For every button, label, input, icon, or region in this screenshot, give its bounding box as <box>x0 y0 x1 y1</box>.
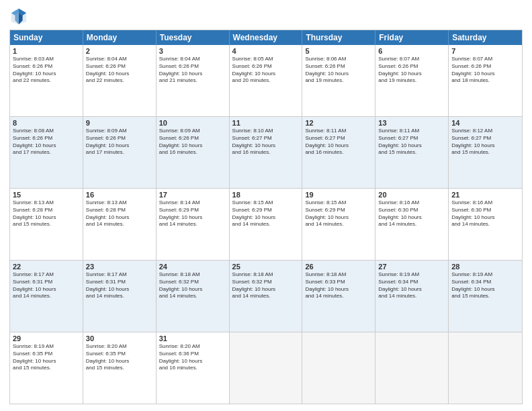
day-number: 6 <box>378 47 445 55</box>
calendar-cell-25: 25Sunrise: 8:18 AM Sunset: 6:32 PM Dayli… <box>230 261 303 332</box>
calendar-cell-5: 5Sunrise: 8:06 AM Sunset: 6:26 PM Daylig… <box>302 45 375 116</box>
day-number: 17 <box>159 191 226 199</box>
day-info: Sunrise: 8:09 AM Sunset: 6:26 PM Dayligh… <box>159 128 226 156</box>
calendar-cell-empty <box>302 332 375 404</box>
day-number: 8 <box>13 119 80 127</box>
calendar-cell-11: 11Sunrise: 8:10 AM Sunset: 6:27 PM Dayli… <box>230 117 303 188</box>
calendar-week-1: 1Sunrise: 8:03 AM Sunset: 6:26 PM Daylig… <box>10 45 522 116</box>
calendar-week-5: 29Sunrise: 8:19 AM Sunset: 6:35 PM Dayli… <box>10 332 522 404</box>
calendar-cell-4: 4Sunrise: 8:05 AM Sunset: 6:26 PM Daylig… <box>230 45 303 116</box>
day-info: Sunrise: 8:08 AM Sunset: 6:26 PM Dayligh… <box>13 128 80 156</box>
day-number: 5 <box>305 47 372 55</box>
day-number: 9 <box>86 119 153 127</box>
day-info: Sunrise: 8:11 AM Sunset: 6:27 PM Dayligh… <box>378 128 445 156</box>
day-info: Sunrise: 8:17 AM Sunset: 6:31 PM Dayligh… <box>86 271 153 300</box>
day-number: 26 <box>305 263 372 271</box>
calendar-cell-9: 9Sunrise: 8:09 AM Sunset: 6:26 PM Daylig… <box>83 117 157 188</box>
day-info: Sunrise: 8:17 AM Sunset: 6:31 PM Dayligh… <box>13 271 80 300</box>
day-number: 29 <box>13 334 80 342</box>
calendar-cell-6: 6Sunrise: 8:07 AM Sunset: 6:26 PM Daylig… <box>375 45 449 116</box>
day-info: Sunrise: 8:16 AM Sunset: 6:30 PM Dayligh… <box>378 199 445 228</box>
calendar-header: SundayMondayTuesdayWednesdayThursdayFrid… <box>10 30 522 45</box>
header-day-friday: Friday <box>375 30 449 45</box>
calendar-cell-13: 13Sunrise: 8:11 AM Sunset: 6:27 PM Dayli… <box>375 117 449 188</box>
day-info: Sunrise: 8:19 AM Sunset: 6:34 PM Dayligh… <box>451 271 519 300</box>
calendar-cell-empty <box>449 332 522 404</box>
calendar-cell-10: 10Sunrise: 8:09 AM Sunset: 6:26 PM Dayli… <box>157 117 230 188</box>
calendar-cell-31: 31Sunrise: 8:20 AM Sunset: 6:36 PM Dayli… <box>157 332 230 404</box>
calendar: SundayMondayTuesdayWednesdayThursdayFrid… <box>9 30 523 404</box>
day-info: Sunrise: 8:04 AM Sunset: 6:26 PM Dayligh… <box>86 56 153 85</box>
calendar-cell-26: 26Sunrise: 8:18 AM Sunset: 6:33 PM Dayli… <box>302 261 375 332</box>
day-info: Sunrise: 8:03 AM Sunset: 6:26 PM Dayligh… <box>13 56 80 85</box>
day-number: 12 <box>305 119 372 127</box>
day-info: Sunrise: 8:20 AM Sunset: 6:35 PM Dayligh… <box>86 343 153 372</box>
day-info: Sunrise: 8:11 AM Sunset: 6:27 PM Dayligh… <box>305 128 372 156</box>
day-info: Sunrise: 8:18 AM Sunset: 6:33 PM Dayligh… <box>305 271 372 300</box>
calendar-cell-14: 14Sunrise: 8:12 AM Sunset: 6:27 PM Dayli… <box>449 117 522 188</box>
day-info: Sunrise: 8:09 AM Sunset: 6:26 PM Dayligh… <box>86 128 153 156</box>
day-number: 20 <box>378 191 445 199</box>
calendar-cell-28: 28Sunrise: 8:19 AM Sunset: 6:34 PM Dayli… <box>449 261 522 332</box>
calendar-cell-empty <box>230 332 303 404</box>
day-info: Sunrise: 8:05 AM Sunset: 6:26 PM Dayligh… <box>232 56 300 85</box>
day-info: Sunrise: 8:04 AM Sunset: 6:26 PM Dayligh… <box>159 56 226 85</box>
header-day-thursday: Thursday <box>302 30 375 45</box>
day-info: Sunrise: 8:18 AM Sunset: 6:32 PM Dayligh… <box>159 271 226 300</box>
day-info: Sunrise: 8:13 AM Sunset: 6:28 PM Dayligh… <box>13 199 80 228</box>
day-info: Sunrise: 8:13 AM Sunset: 6:28 PM Dayligh… <box>86 199 153 228</box>
day-info: Sunrise: 8:06 AM Sunset: 6:26 PM Dayligh… <box>305 56 372 85</box>
calendar-cell-30: 30Sunrise: 8:20 AM Sunset: 6:35 PM Dayli… <box>83 332 157 404</box>
day-info: Sunrise: 8:15 AM Sunset: 6:29 PM Dayligh… <box>305 199 372 228</box>
calendar-cell-3: 3Sunrise: 8:04 AM Sunset: 6:26 PM Daylig… <box>157 45 230 116</box>
day-number: 3 <box>159 47 226 55</box>
day-number: 10 <box>159 119 226 127</box>
day-number: 11 <box>232 119 300 127</box>
day-number: 25 <box>232 263 300 271</box>
day-info: Sunrise: 8:15 AM Sunset: 6:29 PM Dayligh… <box>232 199 300 228</box>
day-info: Sunrise: 8:19 AM Sunset: 6:35 PM Dayligh… <box>13 343 80 372</box>
day-number: 14 <box>451 119 519 127</box>
header-day-saturday: Saturday <box>449 30 522 45</box>
day-info: Sunrise: 8:16 AM Sunset: 6:30 PM Dayligh… <box>451 199 519 228</box>
calendar-cell-2: 2Sunrise: 8:04 AM Sunset: 6:26 PM Daylig… <box>83 45 157 116</box>
day-info: Sunrise: 8:12 AM Sunset: 6:27 PM Dayligh… <box>451 128 519 156</box>
calendar-cell-23: 23Sunrise: 8:17 AM Sunset: 6:31 PM Dayli… <box>83 261 157 332</box>
day-info: Sunrise: 8:18 AM Sunset: 6:32 PM Dayligh… <box>232 271 300 300</box>
header-day-sunday: Sunday <box>10 30 83 45</box>
calendar-cell-empty <box>375 332 449 404</box>
calendar-cell-19: 19Sunrise: 8:15 AM Sunset: 6:29 PM Dayli… <box>302 189 375 260</box>
header-day-tuesday: Tuesday <box>157 30 230 45</box>
calendar-week-3: 15Sunrise: 8:13 AM Sunset: 6:28 PM Dayli… <box>10 188 522 260</box>
calendar-week-2: 8Sunrise: 8:08 AM Sunset: 6:26 PM Daylig… <box>10 116 522 188</box>
calendar-cell-15: 15Sunrise: 8:13 AM Sunset: 6:28 PM Dayli… <box>10 189 83 260</box>
day-number: 16 <box>86 191 153 199</box>
day-info: Sunrise: 8:10 AM Sunset: 6:27 PM Dayligh… <box>232 128 300 156</box>
calendar-cell-1: 1Sunrise: 8:03 AM Sunset: 6:26 PM Daylig… <box>10 45 83 116</box>
logo <box>9 7 31 26</box>
day-number: 27 <box>378 263 445 271</box>
header-day-wednesday: Wednesday <box>230 30 303 45</box>
header-day-monday: Monday <box>83 30 157 45</box>
calendar-cell-8: 8Sunrise: 8:08 AM Sunset: 6:26 PM Daylig… <box>10 117 83 188</box>
page: SundayMondayTuesdayWednesdayThursdayFrid… <box>0 0 532 411</box>
header <box>9 7 523 26</box>
day-info: Sunrise: 8:20 AM Sunset: 6:36 PM Dayligh… <box>159 343 226 372</box>
day-number: 18 <box>232 191 300 199</box>
day-number: 22 <box>13 263 80 271</box>
calendar-week-4: 22Sunrise: 8:17 AM Sunset: 6:31 PM Dayli… <box>10 260 522 332</box>
calendar-cell-16: 16Sunrise: 8:13 AM Sunset: 6:28 PM Dayli… <box>83 189 157 260</box>
day-number: 4 <box>232 47 300 55</box>
calendar-cell-24: 24Sunrise: 8:18 AM Sunset: 6:32 PM Dayli… <box>157 261 230 332</box>
calendar-body: 1Sunrise: 8:03 AM Sunset: 6:26 PM Daylig… <box>10 45 522 404</box>
day-number: 2 <box>86 47 153 55</box>
calendar-cell-29: 29Sunrise: 8:19 AM Sunset: 6:35 PM Dayli… <box>10 332 83 404</box>
calendar-cell-7: 7Sunrise: 8:07 AM Sunset: 6:26 PM Daylig… <box>449 45 522 116</box>
logo-icon <box>9 7 28 26</box>
calendar-cell-21: 21Sunrise: 8:16 AM Sunset: 6:30 PM Dayli… <box>449 189 522 260</box>
calendar-cell-27: 27Sunrise: 8:19 AM Sunset: 6:34 PM Dayli… <box>375 261 449 332</box>
day-info: Sunrise: 8:14 AM Sunset: 6:29 PM Dayligh… <box>159 199 226 228</box>
day-info: Sunrise: 8:07 AM Sunset: 6:26 PM Dayligh… <box>451 56 519 85</box>
calendar-cell-17: 17Sunrise: 8:14 AM Sunset: 6:29 PM Dayli… <box>157 189 230 260</box>
calendar-cell-20: 20Sunrise: 8:16 AM Sunset: 6:30 PM Dayli… <box>375 189 449 260</box>
